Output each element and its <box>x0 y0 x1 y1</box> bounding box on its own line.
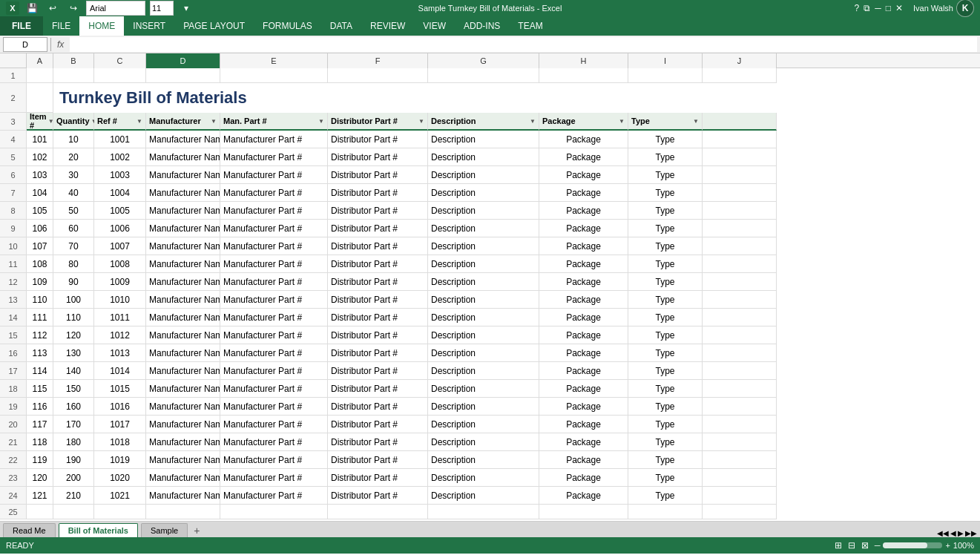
cell-h1[interactable] <box>539 68 628 83</box>
cell-desc-15[interactable]: Description <box>428 398 539 416</box>
cell-extra-12[interactable] <box>703 344 777 362</box>
cell-item-8[interactable]: 109 <box>27 273 53 291</box>
cell-g1[interactable] <box>428 68 539 83</box>
cell-qty-15[interactable]: 160 <box>53 398 94 416</box>
cell-qty-3[interactable]: 40 <box>53 184 94 202</box>
cell-dist-part-0[interactable]: Distributor Part # <box>328 131 428 148</box>
cell-ref-6[interactable]: 1007 <box>94 237 146 255</box>
cell-item-13[interactable]: 114 <box>27 362 53 380</box>
cell-mfr-part-4[interactable]: Manufacturer Part # <box>220 202 328 220</box>
cell-extra-2[interactable] <box>703 166 777 184</box>
cell-j25[interactable] <box>703 505 777 519</box>
cell-extra-16[interactable] <box>703 416 777 433</box>
cell-dist-part-13[interactable]: Distributor Part # <box>328 362 428 380</box>
close-button[interactable]: ✕ <box>895 3 903 13</box>
cell-mfr-15[interactable]: Manufacturer Name <box>146 398 220 416</box>
cell-mfr-10[interactable]: Manufacturer Name <box>146 309 220 326</box>
cell-desc-10[interactable]: Description <box>428 309 539 326</box>
cell-mfr-part-20[interactable]: Manufacturer Part # <box>220 487 328 505</box>
cell-qty-11[interactable]: 120 <box>53 326 94 344</box>
cell-qty-13[interactable]: 140 <box>53 362 94 380</box>
cell-qty-19[interactable]: 200 <box>53 469 94 487</box>
cell-mfr-part-0[interactable]: Manufacturer Part # <box>220 131 328 148</box>
cell-type-12[interactable]: Type <box>628 344 703 362</box>
sheet-tab-read-me[interactable]: Read Me <box>3 523 56 537</box>
cell-h25[interactable] <box>539 505 628 519</box>
cell-type-2[interactable]: Type <box>628 166 703 184</box>
name-box[interactable] <box>3 37 47 52</box>
file-tab[interactable]: FILE <box>0 16 43 36</box>
cell-type-13[interactable]: Type <box>628 362 703 380</box>
cell-f25[interactable] <box>328 505 428 519</box>
cell-dist-part-6[interactable]: Distributor Part # <box>328 237 428 255</box>
cell-mfr-9[interactable]: Manufacturer Name <box>146 291 220 309</box>
cell-item-6[interactable]: 107 <box>27 237 53 255</box>
add-sheet-button[interactable]: + <box>189 523 204 537</box>
cell-desc-1[interactable]: Description <box>428 148 539 166</box>
cell-mfr-part-2[interactable]: Manufacturer Part # <box>220 166 328 184</box>
filter-dist-part-icon[interactable]: ▼ <box>418 118 424 125</box>
cell-item-17[interactable]: 118 <box>27 433 53 451</box>
cell-pkg-14[interactable]: Package <box>539 380 628 398</box>
cell-pkg-11[interactable]: Package <box>539 326 628 344</box>
cell-dist-part-16[interactable]: Distributor Part # <box>328 416 428 433</box>
cell-extra-1[interactable] <box>703 148 777 166</box>
cell-ref-1[interactable]: 1002 <box>94 148 146 166</box>
zoom-in-button[interactable]: + <box>945 541 950 550</box>
cell-dist-part-5[interactable]: Distributor Part # <box>328 220 428 237</box>
cell-item-11[interactable]: 112 <box>27 326 53 344</box>
cell-pkg-13[interactable]: Package <box>539 362 628 380</box>
cell-ref-2[interactable]: 1003 <box>94 166 146 184</box>
help-icon[interactable]: ? <box>855 3 860 13</box>
cell-item-7[interactable]: 108 <box>27 255 53 273</box>
cell-desc-18[interactable]: Description <box>428 451 539 469</box>
cell-qty-0[interactable]: 10 <box>53 131 94 148</box>
ribbon-tab-page-layout[interactable]: PAGE LAYOUT <box>174 16 254 36</box>
ribbon-tab-home[interactable]: HOME <box>79 16 124 36</box>
cell-mfr-8[interactable]: Manufacturer Name <box>146 273 220 291</box>
cell-mfr-0[interactable]: Manufacturer Name <box>146 131 220 148</box>
col-header-b[interactable]: B <box>53 53 94 68</box>
cell-mfr-part-16[interactable]: Manufacturer Part # <box>220 416 328 433</box>
cell-pkg-0[interactable]: Package <box>539 131 628 148</box>
cell-mfr-part-18[interactable]: Manufacturer Part # <box>220 451 328 469</box>
scroll-left-button[interactable]: ◀◀ <box>937 529 949 537</box>
cell-item-14[interactable]: 115 <box>27 380 53 398</box>
cell-extra-0[interactable] <box>703 131 777 148</box>
cell-desc-11[interactable]: Description <box>428 326 539 344</box>
cell-desc-4[interactable]: Description <box>428 202 539 220</box>
cell-ref-13[interactable]: 1014 <box>94 362 146 380</box>
cell-dist-part-11[interactable]: Distributor Part # <box>328 326 428 344</box>
col-header-h[interactable]: H <box>539 53 628 68</box>
cell-desc-9[interactable]: Description <box>428 291 539 309</box>
cell-pkg-2[interactable]: Package <box>539 166 628 184</box>
cell-mfr-1[interactable]: Manufacturer Name <box>146 148 220 166</box>
zoom-out-button[interactable]: ─ <box>875 541 881 550</box>
cell-type-9[interactable]: Type <box>628 291 703 309</box>
cell-extra-7[interactable] <box>703 255 777 273</box>
cell-type-20[interactable]: Type <box>628 487 703 505</box>
cell-type-19[interactable]: Type <box>628 469 703 487</box>
filter-type-icon[interactable]: ▼ <box>693 118 699 125</box>
cell-mfr-part-17[interactable]: Manufacturer Part # <box>220 433 328 451</box>
header-manufacturer[interactable]: Manufacturer ▼ <box>146 113 220 131</box>
undo-button[interactable]: ↩ <box>45 0 61 16</box>
cell-mfr-6[interactable]: Manufacturer Name <box>146 237 220 255</box>
ribbon-tab-formulas[interactable]: FORMULAS <box>254 16 321 36</box>
cell-i1[interactable] <box>628 68 703 83</box>
cell-dist-part-14[interactable]: Distributor Part # <box>328 380 428 398</box>
cell-qty-1[interactable]: 20 <box>53 148 94 166</box>
cell-dist-part-15[interactable]: Distributor Part # <box>328 398 428 416</box>
cell-mfr-part-6[interactable]: Manufacturer Part # <box>220 237 328 255</box>
filter-package-icon[interactable]: ▼ <box>619 118 625 125</box>
header-description[interactable]: Description ▼ <box>428 113 539 131</box>
cell-ref-9[interactable]: 1010 <box>94 291 146 309</box>
cell-item-0[interactable]: 101 <box>27 131 53 148</box>
cell-b25[interactable] <box>53 505 94 519</box>
cell-mfr-part-5[interactable]: Manufacturer Part # <box>220 220 328 237</box>
view-layout-icon[interactable]: ⊟ <box>848 540 855 551</box>
cell-item-16[interactable]: 117 <box>27 416 53 433</box>
cell-item-9[interactable]: 110 <box>27 291 53 309</box>
cell-extra-14[interactable] <box>703 380 777 398</box>
cell-item-19[interactable]: 120 <box>27 469 53 487</box>
